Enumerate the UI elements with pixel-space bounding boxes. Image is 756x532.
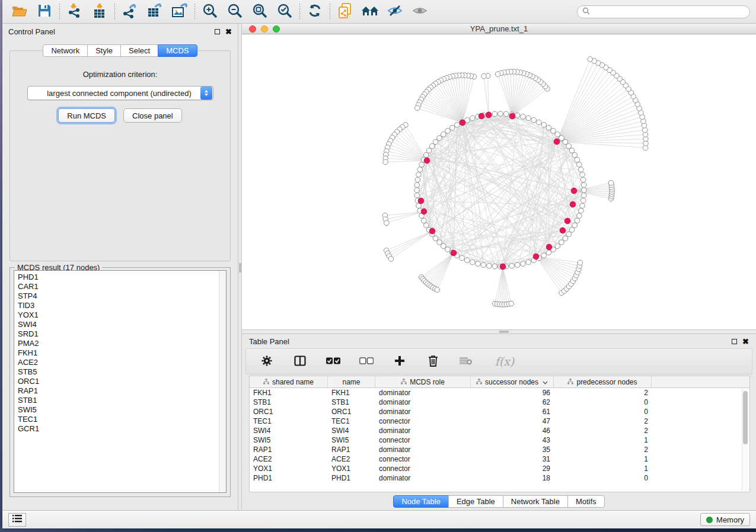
column-header-shared-name[interactable]: shared name — [250, 376, 328, 387]
close-panel-icon[interactable]: ✖ — [225, 28, 232, 36]
share-session-button[interactable] — [333, 2, 358, 22]
table-row[interactable]: ORC1ORC1dominator610 — [250, 407, 749, 416]
mcds-result-item[interactable]: FKH1 — [18, 348, 226, 358]
select-all-button[interactable] — [326, 354, 341, 369]
mcds-result-item[interactable]: CAR1 — [18, 282, 226, 291]
cell: 96 — [471, 389, 554, 397]
table-row[interactable]: SWI4SWI4dominator462 — [250, 426, 749, 435]
table-row[interactable]: FKH1FKH1dominator962 — [250, 388, 749, 398]
list-scrollbar[interactable] — [219, 271, 226, 492]
maximize-window-icon[interactable] — [273, 25, 280, 33]
table-row[interactable]: RAP1RAP1dominator352 — [250, 445, 749, 454]
network-view-canvas[interactable] — [242, 34, 756, 329]
tab-mcds[interactable]: MCDS — [158, 44, 197, 57]
hide-selected-button[interactable] — [382, 2, 407, 22]
tab-style[interactable]: Style — [87, 44, 121, 57]
column-header-MCDS-role[interactable]: MCDS role — [375, 376, 471, 387]
cell: 2 — [554, 389, 652, 397]
zoom-out-button[interactable] — [222, 2, 247, 22]
table-row[interactable]: PHD1PHD1dominator180 — [250, 473, 749, 483]
table-settings-button[interactable] — [259, 354, 275, 369]
refresh-button[interactable] — [302, 2, 327, 22]
cell: dominator — [375, 427, 471, 435]
network-graph[interactable] — [242, 34, 756, 329]
criterion-dropdown[interactable]: largest connected component (undirected) — [27, 86, 213, 100]
deselect-all-button[interactable] — [359, 354, 374, 369]
tab-motifs[interactable]: Motifs — [567, 495, 605, 508]
horizontal-splitter[interactable] — [242, 329, 756, 334]
column-header-successor-nodes[interactable]: successor nodes — [471, 376, 554, 387]
tab-node-table[interactable]: Node Table — [393, 495, 449, 508]
import-table-button[interactable] — [87, 2, 112, 22]
search-input[interactable] — [590, 8, 749, 16]
mcds-result-item[interactable]: PHD1 — [18, 273, 226, 282]
table-row[interactable]: SWI5SWI5connector431 — [250, 435, 749, 445]
column-header-name[interactable]: name — [328, 376, 375, 387]
float-panel-icon[interactable] — [732, 339, 737, 344]
column-view-button[interactable] — [292, 354, 308, 369]
delete-table-button[interactable] — [458, 354, 474, 369]
search-field[interactable] — [577, 5, 750, 18]
save-session-button[interactable] — [32, 2, 57, 22]
tab-network-table[interactable]: Network Table — [503, 495, 568, 508]
mcds-result-item[interactable]: RAP1 — [18, 386, 226, 396]
mcds-result-item[interactable]: SWI4 — [18, 320, 226, 329]
table-row[interactable]: YOX1YOX1connector291 — [250, 464, 749, 473]
mcds-result-item[interactable]: STB1 — [18, 396, 226, 405]
cell: TEC1 — [250, 417, 328, 425]
zoom-in-button[interactable] — [197, 2, 222, 22]
close-panel-icon[interactable]: ✖ — [742, 338, 749, 345]
mcds-result-list[interactable]: PHD1CAR1STP4TID3YOX1SWI4SRD1PMA2FKH1ACE2… — [14, 270, 227, 493]
function-builder-button[interactable]: f(x) — [492, 354, 518, 369]
task-history-button[interactable] — [8, 513, 26, 527]
export-table-button[interactable] — [142, 2, 167, 22]
cell: 31 — [471, 455, 554, 463]
close-window-icon[interactable] — [249, 25, 256, 33]
mcds-result-item[interactable]: YOX1 — [18, 310, 226, 320]
table-row[interactable]: ACE2ACE2connector311 — [250, 454, 749, 464]
tab-network[interactable]: Network — [43, 44, 88, 57]
mcds-result-item[interactable]: STB5 — [18, 367, 226, 377]
cell: RAP1 — [328, 446, 375, 454]
mcds-result-item[interactable]: TID3 — [18, 301, 226, 310]
sort-descending-icon — [543, 378, 548, 386]
cell: STB1 — [328, 398, 375, 406]
open-file-button[interactable] — [7, 2, 32, 22]
export-network-button[interactable] — [117, 2, 142, 22]
tab-select[interactable]: Select — [120, 44, 158, 57]
mcds-result-item[interactable]: ORC1 — [18, 377, 226, 386]
table-row[interactable]: TEC1TEC1connector472 — [250, 416, 749, 426]
float-panel-icon[interactable] — [215, 29, 220, 34]
mcds-result-item[interactable]: STP4 — [18, 291, 226, 301]
table-row[interactable]: STB1STB1dominator620 — [250, 398, 749, 407]
first-neighbors-button[interactable] — [358, 2, 382, 22]
delete-column-button[interactable] — [425, 354, 441, 369]
mcds-result-item[interactable]: SRD1 — [18, 329, 226, 339]
run-mcds-button[interactable]: Run MCDS — [58, 108, 115, 123]
open-folder-icon — [12, 4, 27, 19]
vertical-splitter[interactable] — [238, 24, 242, 510]
close-panel-button[interactable]: Close panel — [123, 108, 182, 123]
import-network-button[interactable] — [62, 2, 87, 22]
add-column-button[interactable] — [392, 354, 407, 369]
node-table[interactable]: shared namenameMCDS rolesuccessor nodesp… — [249, 376, 750, 492]
splitter-grip[interactable] — [499, 331, 509, 333]
export-image-button[interactable] — [167, 2, 192, 22]
memory-button[interactable]: Memory — [700, 513, 750, 526]
mcds-result-item[interactable]: PMA2 — [18, 339, 226, 348]
table-scrollbar[interactable] — [742, 389, 749, 491]
show-all-button[interactable] — [407, 2, 432, 22]
mcds-result-item[interactable]: ACE2 — [18, 358, 226, 367]
column-header-predecessor-nodes[interactable]: predecessor nodes — [554, 376, 652, 387]
mcds-result-item[interactable]: SWI5 — [18, 405, 226, 415]
network-window-titlebar[interactable]: YPA_prune.txt_1 — [242, 24, 756, 34]
mcds-result-item[interactable]: TEC1 — [18, 415, 226, 424]
minimize-window-icon[interactable] — [261, 25, 268, 33]
splitter-grip[interactable] — [239, 263, 241, 273]
mcds-result-item[interactable]: GCR1 — [18, 424, 226, 434]
scrollbar-thumb[interactable] — [743, 391, 748, 444]
tab-edge-table[interactable]: Edge Table — [448, 495, 503, 508]
zoom-fit-button[interactable] — [247, 2, 272, 22]
table-panel: Table Panel ✖ — [242, 334, 756, 510]
zoom-selected-button[interactable] — [272, 2, 297, 22]
